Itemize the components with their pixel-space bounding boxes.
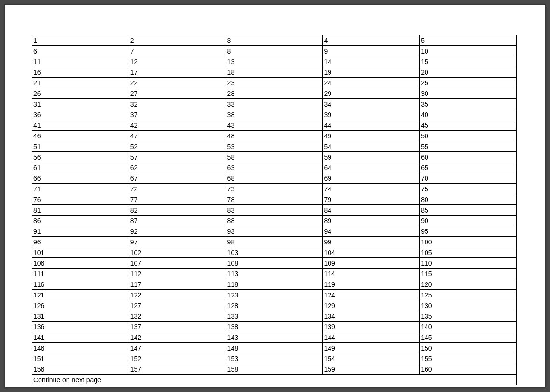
table-cell: 1 <box>32 35 129 46</box>
table-cell: 121 <box>32 290 129 300</box>
table-cell: 93 <box>226 226 323 237</box>
table-cell: 85 <box>420 205 517 216</box>
table-row: 121122123124125 <box>32 290 517 300</box>
table-cell: 26 <box>32 88 129 99</box>
table-cell: 81 <box>32 205 129 216</box>
table-cell: 116 <box>32 279 129 290</box>
table-cell: 8 <box>226 46 323 56</box>
table-cell: 117 <box>129 279 226 290</box>
table-cell: 74 <box>323 184 420 194</box>
table-cell: 53 <box>226 141 323 152</box>
table-row: 116117118119120 <box>32 279 517 290</box>
table-cell: 123 <box>226 290 323 300</box>
table-cell: 130 <box>420 300 517 311</box>
table-cell: 101 <box>32 247 129 258</box>
table-cell: 69 <box>323 173 420 184</box>
table-cell: 67 <box>129 173 226 184</box>
table-row: 3132333435 <box>32 99 517 109</box>
table-cell: 151 <box>32 353 129 364</box>
table-cell: 41 <box>32 120 129 131</box>
table-cell: 63 <box>226 162 323 173</box>
table-cell: 52 <box>129 141 226 152</box>
table-row: 12345 <box>32 35 517 46</box>
table-cell: 155 <box>420 353 517 364</box>
table-row: 126127128129130 <box>32 300 517 311</box>
table-cell: 118 <box>226 279 323 290</box>
table-cell: 62 <box>129 162 226 173</box>
table-cell: 111 <box>32 269 129 279</box>
table-cell: 54 <box>323 141 420 152</box>
table-cell: 34 <box>323 99 420 109</box>
table-cell: 31 <box>32 99 129 109</box>
table-container: 1234567891011121314151617181920212223242… <box>32 35 517 385</box>
table-cell: 107 <box>129 258 226 269</box>
table-row: 156157158159160 <box>32 364 517 375</box>
table-cell: 27 <box>129 88 226 99</box>
table-row: 6162636465 <box>32 162 517 173</box>
table-cell: 108 <box>226 258 323 269</box>
table-cell: 159 <box>323 364 420 375</box>
table-row: 4647484950 <box>32 131 517 141</box>
table-cell: 49 <box>323 131 420 141</box>
table-row: 678910 <box>32 46 517 56</box>
table-cell: 28 <box>226 88 323 99</box>
table-cell: 128 <box>226 300 323 311</box>
table-cell: 89 <box>323 216 420 226</box>
table-cell: 87 <box>129 216 226 226</box>
table-cell: 43 <box>226 120 323 131</box>
table-cell: 19 <box>323 67 420 78</box>
table-cell: 90 <box>420 216 517 226</box>
table-cell: 92 <box>129 226 226 237</box>
table-cell: 83 <box>226 205 323 216</box>
table-cell: 138 <box>226 322 323 332</box>
table-cell: 78 <box>226 194 323 205</box>
table-cell: 143 <box>226 332 323 343</box>
table-cell: 127 <box>129 300 226 311</box>
table-cell: 46 <box>32 131 129 141</box>
table-cell: 82 <box>129 205 226 216</box>
table-cell: 153 <box>226 353 323 364</box>
table-cell: 22 <box>129 78 226 88</box>
table-cell: 91 <box>32 226 129 237</box>
table-row: 131132133134135 <box>32 311 517 322</box>
table-cell: 55 <box>420 141 517 152</box>
table-cell: 47 <box>129 131 226 141</box>
table-cell: 112 <box>129 269 226 279</box>
table-cell: 105 <box>420 247 517 258</box>
table-cell: 106 <box>32 258 129 269</box>
table-cell: 100 <box>420 237 517 247</box>
table-cell: 157 <box>129 364 226 375</box>
table-cell: 61 <box>32 162 129 173</box>
table-row: 1112131415 <box>32 56 517 67</box>
table-cell: 75 <box>420 184 517 194</box>
document-page: 1234567891011121314151617181920212223242… <box>5 5 545 387</box>
table-cell: 146 <box>32 343 129 353</box>
table-cell: 80 <box>420 194 517 205</box>
table-cell: 29 <box>323 88 420 99</box>
table-row: 7172737475 <box>32 184 517 194</box>
table-row: 106107108109110 <box>32 258 517 269</box>
table-row: 136137138139140 <box>32 322 517 332</box>
table-cell: 97 <box>129 237 226 247</box>
table-row: 3637383940 <box>32 109 517 120</box>
table-cell: 94 <box>323 226 420 237</box>
table-cell: 50 <box>420 131 517 141</box>
table-cell: 24 <box>323 78 420 88</box>
number-table: 1234567891011121314151617181920212223242… <box>32 35 517 385</box>
table-cell: 76 <box>32 194 129 205</box>
table-cell: 25 <box>420 78 517 88</box>
table-cell: 58 <box>226 152 323 162</box>
table-cell: 139 <box>323 322 420 332</box>
table-cell: 6 <box>32 46 129 56</box>
table-cell: 56 <box>32 152 129 162</box>
table-cell: 57 <box>129 152 226 162</box>
table-cell: 40 <box>420 109 517 120</box>
table-cell: 68 <box>226 173 323 184</box>
table-cell: 160 <box>420 364 517 375</box>
table-cell: 2 <box>129 35 226 46</box>
table-cell: 147 <box>129 343 226 353</box>
table-cell: 109 <box>323 258 420 269</box>
table-cell: 36 <box>32 109 129 120</box>
table-row: 9192939495 <box>32 226 517 237</box>
table-cell: 135 <box>420 311 517 322</box>
